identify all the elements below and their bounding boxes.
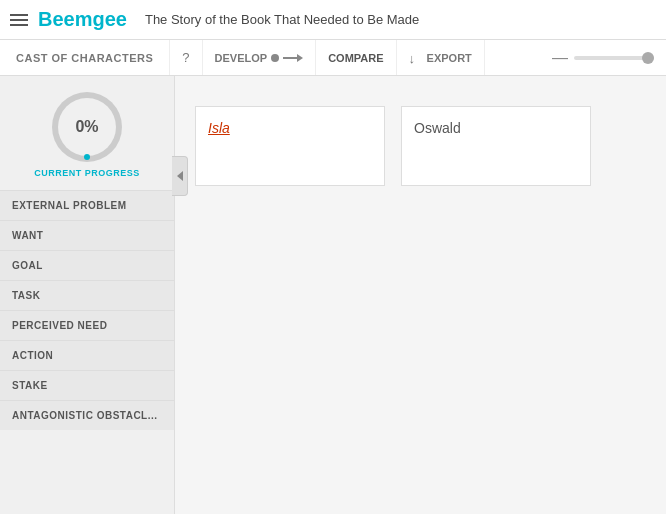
nav-help[interactable]: ? bbox=[170, 40, 202, 75]
nav-bar: CAST OF CHARACTERS ? DEVELOP COMPARE EXP… bbox=[0, 40, 666, 76]
content-area: Isla Oswald bbox=[175, 76, 666, 514]
sidebar-item-antagonistic[interactable]: ANTAGONISTIC OBSTACL... bbox=[0, 400, 174, 430]
arrow-right-icon bbox=[283, 53, 303, 63]
sidebar-item-stake[interactable]: STAKE bbox=[0, 370, 174, 400]
sidebar-item-action[interactable]: ACTION bbox=[0, 340, 174, 370]
sidebar: 0% CURRENT PROGRESS EXTERNAL PROBLEM WAN… bbox=[0, 76, 175, 514]
zoom-thumb[interactable] bbox=[642, 52, 654, 64]
nav-compare[interactable]: COMPARE bbox=[316, 40, 396, 75]
nav-develop[interactable]: DEVELOP bbox=[203, 40, 317, 75]
nav-cast[interactable]: CAST OF CHARACTERS bbox=[0, 40, 170, 75]
top-bar: Beemgee The Story of the Book That Neede… bbox=[0, 0, 666, 40]
main-area: 0% CURRENT PROGRESS EXTERNAL PROBLEM WAN… bbox=[0, 76, 666, 514]
zoom-controls: — bbox=[540, 49, 666, 67]
arrow-dot-icon bbox=[271, 54, 279, 62]
characters-area: Isla Oswald bbox=[195, 106, 646, 186]
nav-export-label: EXPORT bbox=[427, 52, 472, 64]
progress-label: CURRENT PROGRESS bbox=[34, 168, 140, 178]
character-name-isla[interactable]: Isla bbox=[208, 120, 230, 136]
sidebar-item-goal[interactable]: GOAL bbox=[0, 250, 174, 280]
logo-bee: Beemgee bbox=[38, 8, 127, 30]
sidebar-item-task[interactable]: TASK bbox=[0, 280, 174, 310]
nav-export[interactable]: EXPORT bbox=[397, 40, 485, 75]
sidebar-item-perceived-need[interactable]: PERCEIVED NEED bbox=[0, 310, 174, 340]
zoom-out-button[interactable]: — bbox=[552, 49, 568, 67]
collapse-sidebar-button[interactable] bbox=[172, 156, 188, 196]
logo: Beemgee bbox=[38, 8, 127, 31]
progress-area: 0% CURRENT PROGRESS bbox=[0, 76, 174, 190]
zoom-slider[interactable] bbox=[574, 56, 654, 60]
progress-circle: 0% bbox=[52, 92, 122, 162]
progress-percent: 0% bbox=[75, 118, 98, 136]
nav-develop-label: DEVELOP bbox=[215, 52, 268, 64]
download-icon bbox=[409, 51, 423, 65]
app-title: The Story of the Book That Needed to Be … bbox=[145, 12, 419, 27]
progress-dot bbox=[84, 154, 90, 160]
progress-circle-inner: 0% bbox=[58, 98, 116, 156]
character-col-oswald: Oswald bbox=[401, 106, 591, 186]
character-name-oswald[interactable]: Oswald bbox=[414, 120, 461, 136]
hamburger-icon[interactable] bbox=[10, 14, 28, 26]
character-col-isla: Isla bbox=[195, 106, 385, 186]
chevron-left-icon bbox=[177, 171, 183, 181]
sidebar-item-external-problem[interactable]: EXTERNAL PROBLEM bbox=[0, 190, 174, 220]
sidebar-item-want[interactable]: WANT bbox=[0, 220, 174, 250]
